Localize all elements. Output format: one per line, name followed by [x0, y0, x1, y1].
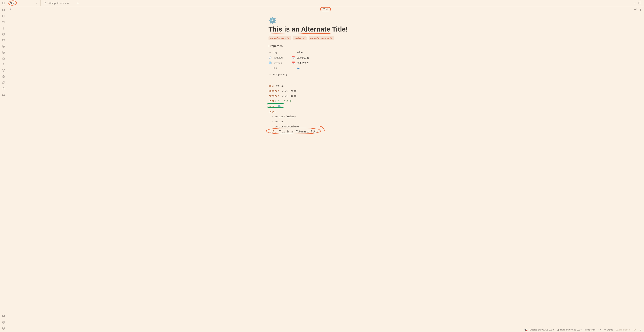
rail-icon-branch[interactable]	[2, 69, 5, 72]
rail-icon-paragraph[interactable]: ¶	[2, 26, 5, 30]
text-prop-icon	[268, 67, 272, 70]
svg-point-13	[3, 52, 4, 53]
tab-close-icon[interactable]: ✕	[36, 2, 38, 4]
svg-point-14	[2, 70, 3, 70]
rail-icon-refresh[interactable]	[2, 81, 5, 84]
tag-chip[interactable]: series/adventure✕	[308, 36, 334, 40]
plugin-status-icon[interactable]: 🔌	[524, 328, 526, 331]
tag-chip[interactable]: series✕	[293, 36, 306, 40]
tag-remove-icon[interactable]: ✕	[287, 37, 289, 40]
rail-icon-lock[interactable]	[2, 75, 5, 78]
prop-value-link[interactable]: Test	[297, 67, 382, 70]
text-prop-icon	[268, 51, 272, 54]
prop-value[interactable]: value	[297, 51, 382, 54]
svg-point-6	[4, 10, 4, 10]
note-title[interactable]: This is an Alternate Title!	[268, 26, 348, 33]
date-icon: 📅	[292, 61, 297, 64]
svg-point-8	[3, 35, 4, 35]
svg-rect-4	[2, 9, 4, 11]
status-created: Created on: 08 Aug 2023	[530, 328, 554, 331]
reading-view-icon[interactable]	[634, 8, 636, 11]
tag-chip[interactable]: series/fantasy✕	[268, 36, 291, 40]
tab-test[interactable]: Test ✕	[7, 0, 40, 6]
left-panel-toggle[interactable]	[0, 0, 7, 6]
rail-icon-trash[interactable]	[2, 87, 5, 90]
tag-label: series/adventure	[310, 37, 329, 40]
tab-dropdown-icon[interactable]	[633, 2, 636, 5]
status-words[interactable]: 45 words	[604, 328, 613, 331]
more-options-icon[interactable]: ⋮	[639, 8, 642, 11]
status-more-icon[interactable]: ⋮	[640, 328, 642, 331]
note-icon[interactable]: ⚙️	[268, 17, 382, 24]
status-chars[interactable]: 322 characters	[616, 328, 630, 331]
svg-point-22	[3, 323, 4, 323]
rail-icon-book[interactable]	[2, 14, 5, 18]
yaml-block[interactable]: --- key: value updated: 2023-09-08 creat…	[268, 78, 382, 139]
code-icon[interactable]	[598, 328, 601, 331]
nav-forward-icon	[14, 8, 17, 11]
add-property-button[interactable]: ＋ Add property	[268, 72, 382, 76]
rail-icon-location[interactable]	[2, 314, 5, 318]
status-backlinks[interactable]: 0 backlinks	[585, 328, 595, 331]
svg-point-16	[3, 71, 4, 72]
rail-icon-badge[interactable]	[2, 32, 5, 36]
svg-rect-2	[639, 2, 641, 4]
right-panel-toggle[interactable]	[638, 1, 641, 5]
rail-icon-file-out[interactable]	[2, 44, 5, 48]
rail-icon-table[interactable]	[2, 38, 5, 42]
svg-point-15	[4, 70, 4, 70]
prop-key[interactable]: updated	[274, 56, 292, 59]
tab-label: Test	[10, 2, 15, 4]
alert-dot-icon	[526, 330, 528, 331]
tab-css[interactable]: attempt to icon.css	[40, 0, 74, 6]
rail-icon-thermometer[interactable]	[2, 63, 5, 66]
nav-back-icon[interactable]	[9, 8, 12, 11]
rail-icon-help[interactable]	[2, 320, 5, 324]
svg-rect-17	[2, 76, 4, 78]
tag-label: series/fantasy	[270, 37, 286, 40]
clock-icon: ⏱️	[268, 56, 272, 59]
tag-remove-icon[interactable]: ✕	[303, 37, 305, 40]
rail-icon-tv[interactable]	[2, 93, 5, 96]
prop-value[interactable]: 09/08/2023	[297, 56, 382, 59]
svg-rect-0	[2, 2, 5, 4]
tab-label: attempt to icon.css	[48, 2, 69, 4]
svg-point-5	[3, 10, 3, 10]
svg-rect-9	[2, 40, 5, 41]
css-file-icon	[44, 2, 46, 5]
add-property-label: Add property	[273, 73, 288, 76]
annotation-underline	[268, 33, 382, 34]
rail-icon-home[interactable]	[2, 57, 5, 60]
status-updated: Updated on: 08 Sep 2023	[557, 328, 582, 331]
prop-key[interactable]: key	[274, 51, 292, 54]
properties-heading: Properties	[268, 44, 382, 48]
prop-value[interactable]: 08/08/2023	[297, 62, 382, 64]
rail-icon-translate[interactable]: 文A	[2, 20, 5, 24]
tag-label: series	[295, 37, 301, 40]
date-icon: 📅	[292, 56, 297, 59]
rail-icon-file-badge[interactable]	[2, 51, 5, 54]
status-lang[interactable]: EN	[634, 328, 636, 331]
calendar-icon: 🗓️	[268, 61, 272, 64]
plus-icon: ＋	[268, 72, 271, 76]
tag-remove-icon[interactable]: ✕	[330, 37, 332, 40]
prop-key[interactable]: created	[274, 62, 292, 64]
svg-rect-18	[2, 94, 5, 96]
new-tab-button[interactable]: ＋	[74, 0, 82, 6]
svg-point-20	[3, 316, 4, 316]
breadcrumb[interactable]: Test	[320, 7, 331, 12]
rail-icon-random[interactable]	[2, 8, 5, 12]
prop-key[interactable]: link	[274, 67, 292, 70]
